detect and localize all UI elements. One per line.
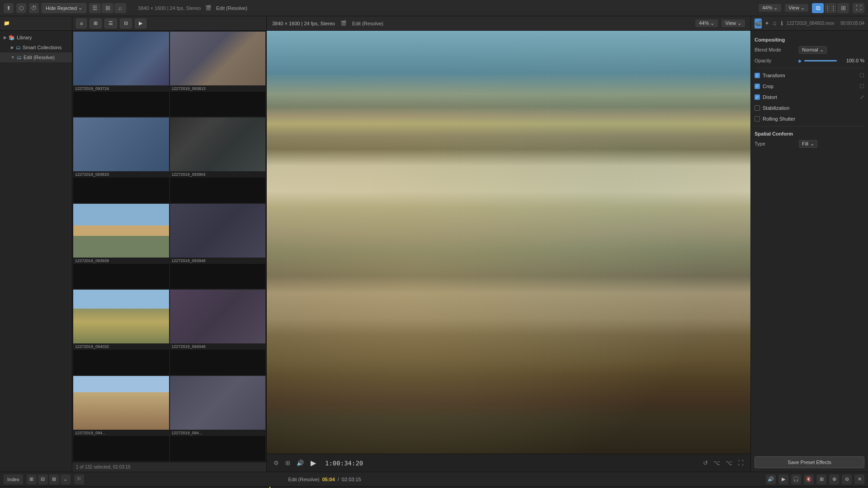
clip-item[interactable]: 12272019_093724 bbox=[73, 32, 169, 117]
stabilization-checkbox[interactable] bbox=[755, 105, 760, 111]
media-icon[interactable]: ⬡ bbox=[16, 3, 26, 13]
crop-checkbox[interactable]: ✓ bbox=[755, 84, 760, 89]
clip-item[interactable]: 12272019_093904 bbox=[170, 117, 266, 202]
library-header: 📁 bbox=[0, 16, 72, 31]
tl-view-btn3[interactable]: ⊞ bbox=[49, 474, 59, 484]
spatial-conform-title: Spatial Conform bbox=[755, 128, 864, 138]
settings-icon[interactable]: ⚙ bbox=[272, 458, 280, 468]
grid-btn[interactable]: ⊞ bbox=[90, 19, 102, 28]
index-btn[interactable]: Index bbox=[4, 474, 23, 484]
mark-in-icon[interactable]: ⌥ bbox=[712, 458, 722, 468]
smart-collections-item[interactable]: ▶ 🗂 Smart Collections bbox=[0, 42, 72, 52]
timeline-center: Edit (Resolve) 05:04 / 02:03:15 bbox=[288, 477, 361, 482]
timeline-toolbar: Index ⊞ ⊟ ⊞ ⌄ ⚐ Edit (Resolve) 05:04 / 0… bbox=[0, 472, 868, 487]
tl-zoom-out[interactable]: ⊖ bbox=[842, 474, 852, 484]
video-inspector-btn[interactable]: 📹 bbox=[755, 19, 762, 28]
tl-audio-btn[interactable]: 🔊 bbox=[766, 474, 776, 484]
crop-expand-icon[interactable]: ☐ bbox=[859, 83, 864, 89]
clip-item[interactable]: 12272019_093813 bbox=[170, 32, 266, 117]
list-view-btn[interactable]: ☰ bbox=[89, 3, 101, 13]
hide-rejected-btn[interactable]: Hide Rejected ⌄ bbox=[42, 3, 86, 13]
viewer-view-btn[interactable]: View ⌄ bbox=[722, 19, 745, 27]
opacity-slider[interactable] bbox=[804, 60, 837, 61]
tl-duration: 02:03:15 bbox=[342, 477, 361, 482]
viewer-bottom-controls: ↺ ⌥ ⌥ ⛶ bbox=[702, 458, 745, 468]
inspector-panel: 📹 ✦ ♫ ℹ 12272019_084803.mov 00:00:05:04 … bbox=[750, 16, 868, 472]
inspector-btn[interactable]: ⧉ bbox=[812, 3, 824, 13]
meta-btn[interactable]: ⊟ bbox=[120, 19, 132, 28]
back-icon[interactable]: ⬆ bbox=[4, 3, 14, 13]
tl-timecode: 05:04 bbox=[322, 477, 335, 482]
edit-resolve-label: Edit (Resolve) bbox=[24, 55, 55, 60]
video-info: 3840 × 1600 | 24 fps, Stereo bbox=[138, 5, 201, 11]
stabilization-label: Stabilization bbox=[763, 105, 864, 111]
tl-mute-btn[interactable]: 🔇 bbox=[804, 474, 814, 484]
edit-resolve-item[interactable]: ▼ 🗂 Edit (Resolve) bbox=[0, 52, 72, 62]
settings-icon[interactable]: ⏱ bbox=[29, 3, 39, 13]
mark-out-icon[interactable]: ⌥ bbox=[724, 458, 734, 468]
play-btn[interactable]: ▶ bbox=[309, 457, 318, 469]
save-preset-btn[interactable]: Save Preset Effects bbox=[755, 456, 864, 468]
clip-item[interactable]: 12272019_094... bbox=[170, 376, 266, 461]
tl-flag-btn[interactable]: ⚐ bbox=[74, 474, 84, 484]
loop-icon[interactable]: ↺ bbox=[702, 458, 709, 468]
viewer-canvas bbox=[267, 31, 750, 454]
main-layout: 📁 ▶ 📚 Library ▶ 🗂 Smart Collections ▼ 🗂 … bbox=[0, 16, 868, 472]
transform-icon[interactable]: ⊞ bbox=[284, 458, 292, 468]
distort-checkbox[interactable]: ✓ bbox=[755, 94, 760, 100]
rolling-shutter-checkbox[interactable] bbox=[755, 116, 760, 122]
transform-expand-icon[interactable]: ☐ bbox=[859, 72, 864, 79]
search-btn[interactable]: ⌕ bbox=[114, 3, 126, 13]
viewer-zoom-btn[interactable]: 44% ⌄ bbox=[695, 19, 718, 27]
effects-btn[interactable]: ⋮⋮ bbox=[825, 3, 836, 13]
clip-label: 12272019_094... bbox=[73, 430, 169, 436]
clip-label: 12272019_093949 bbox=[170, 258, 266, 264]
library-item[interactable]: ▶ 📚 Library bbox=[0, 33, 72, 42]
list-btn[interactable]: ☰ bbox=[104, 19, 117, 28]
blend-mode-dropdown[interactable]: Normal ⌄ bbox=[799, 46, 827, 54]
tl-play-btn[interactable]: ▶ bbox=[778, 474, 788, 484]
tl-view-btn2[interactable]: ⊟ bbox=[38, 474, 48, 484]
view-btn[interactable]: View ⌄ bbox=[785, 4, 808, 12]
tl-headphone-btn[interactable]: 🎧 bbox=[791, 474, 801, 484]
tl-view-btn1[interactable]: ⊞ bbox=[27, 474, 37, 484]
tl-snapping-btn[interactable]: ⊞ bbox=[816, 474, 826, 484]
tl-dropdown-btn[interactable]: ⌄ bbox=[61, 474, 71, 484]
timecode-display: 1:00:34:20 bbox=[325, 460, 363, 467]
fullscreen-icon[interactable]: ⛶ bbox=[736, 458, 745, 468]
transform-btn[interactable]: ⊞ bbox=[837, 3, 849, 13]
distort-row: ✓ Distort ⤢ bbox=[755, 92, 864, 103]
view-mode-icons: ☰ ⊞ ⌕ bbox=[89, 3, 126, 13]
audio-icon[interactable]: 🔊 bbox=[295, 458, 305, 468]
audio-inspector-btn[interactable]: ♫ bbox=[772, 19, 777, 28]
opacity-label: Opacity bbox=[755, 58, 795, 63]
blend-mode-row: Blend Mode Normal ⌄ bbox=[755, 44, 864, 55]
clip-item[interactable]: 12272019_093949 bbox=[170, 204, 266, 289]
inspector-toolbar: 📹 ✦ ♫ ℹ 12272019_084803.mov 00:00:05:04 bbox=[751, 16, 868, 31]
info-inspector-btn[interactable]: ℹ bbox=[779, 19, 784, 28]
clip-item[interactable]: 12272019_094032 bbox=[73, 290, 169, 375]
fullscreen-toggle[interactable]: ⛶ bbox=[853, 3, 864, 13]
metadata-view-btn[interactable]: ⊞ bbox=[102, 3, 113, 13]
clip-item[interactable]: 12272019_093939 bbox=[73, 204, 169, 289]
sort-btn[interactable]: ≡ bbox=[76, 19, 87, 28]
tl-edit-context: Edit (Resolve) bbox=[288, 477, 320, 482]
tl-more-btn[interactable]: ⊕ bbox=[829, 474, 839, 484]
zoom-level-btn[interactable]: 44% ⌄ bbox=[759, 4, 781, 12]
transform-checkbox[interactable]: ✓ bbox=[755, 73, 760, 78]
browser-toolbar: ≡ ⊞ ☰ ⊟ ▶ bbox=[72, 16, 266, 31]
fx-inspector-btn[interactable]: ✦ bbox=[764, 19, 769, 28]
clip-label: 12272019_093939 bbox=[73, 258, 169, 264]
distort-expand-icon[interactable]: ⤢ bbox=[860, 94, 864, 100]
viewer-panel: 3840 × 1600 | 24 fps, Stereo 🎬 Edit (Res… bbox=[267, 16, 750, 472]
clip-item[interactable]: 12272019_093833 bbox=[73, 117, 169, 202]
rolling-shutter-row: Rolling Shutter bbox=[755, 113, 864, 124]
type-dropdown[interactable]: Fill ⌄ bbox=[799, 140, 817, 148]
type-label: Type bbox=[755, 141, 795, 146]
sc-folder-icon: 🗂 bbox=[16, 45, 21, 50]
clip-item[interactable]: 12272019_094049 bbox=[170, 290, 266, 375]
expand-arrow: ▶ bbox=[4, 35, 7, 40]
filter-btn[interactable]: ▶ bbox=[135, 19, 146, 28]
clip-item[interactable]: 12272019_094... bbox=[73, 376, 169, 461]
tl-close-btn[interactable]: ✕ bbox=[854, 474, 864, 484]
